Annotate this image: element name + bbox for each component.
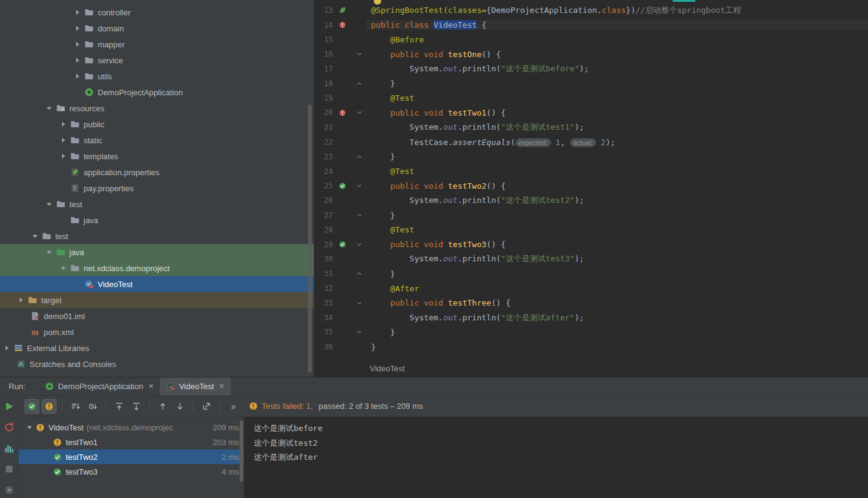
- show-options-button[interactable]: [4, 484, 15, 496]
- tree-item-domain[interactable]: domain: [0, 20, 314, 36]
- chevron-right-icon[interactable]: [72, 7, 82, 17]
- sort-alphabetically-button[interactable]: [68, 399, 83, 414]
- line-number: 14: [315, 21, 335, 30]
- tree-item-videotest[interactable]: VideoTest: [0, 276, 314, 292]
- fold-open-icon[interactable]: [356, 109, 363, 116]
- tree-item-demo01-iml[interactable]: demo01.iml: [0, 308, 314, 324]
- test-failed-icon[interactable]: [338, 21, 346, 29]
- test-pass-icon[interactable]: [338, 182, 346, 190]
- tree-item-mapper[interactable]: mapper: [0, 36, 314, 52]
- tree-item-test[interactable]: test: [0, 196, 314, 212]
- tree-item-label: test: [69, 200, 82, 209]
- fold-close-icon[interactable]: [356, 211, 363, 219]
- chevron-right-icon[interactable]: [58, 135, 68, 145]
- chevron-right-icon[interactable]: [72, 23, 82, 33]
- test-statistics-icon: [4, 443, 15, 454]
- test-console[interactable]: 这个是测试before这个是测试test2这个是测试after: [244, 417, 868, 498]
- next-failed-test-button[interactable]: [173, 399, 187, 414]
- tree-item-test[interactable]: test: [0, 228, 314, 244]
- rerun-failed-tests-button[interactable]: [4, 422, 15, 433]
- chevron-down-icon[interactable]: [44, 247, 54, 257]
- tree-item-java[interactable]: java: [0, 212, 314, 228]
- close-icon[interactable]: ✕: [148, 382, 154, 390]
- chevron-down-icon[interactable]: [58, 263, 68, 273]
- test-result-testtwo2[interactable]: testTwo22 ms: [18, 449, 244, 464]
- code-area[interactable]: 13@SpringBootTest(classes={DemoProjectAp…: [315, 0, 868, 354]
- run-panel-title: Run:: [0, 382, 28, 391]
- tree-item-label: java: [84, 216, 98, 225]
- tree-item-java[interactable]: java: [0, 244, 314, 260]
- fold-close-icon[interactable]: [356, 328, 363, 336]
- tree-item-application-properties[interactable]: application.properties: [0, 164, 314, 180]
- run-tab-videotest[interactable]: VideoTest✕: [160, 377, 230, 395]
- chevron-right-icon[interactable]: [72, 55, 82, 65]
- line-number: 21: [315, 123, 335, 132]
- tree-item-static[interactable]: static: [0, 132, 314, 148]
- run-tab-demoprojectapplication[interactable]: DemoProjectApplication✕: [39, 377, 160, 395]
- gutter-run-slot: [335, 109, 349, 117]
- fold-open-icon[interactable]: [356, 182, 363, 189]
- test-pass-icon[interactable]: [338, 240, 346, 248]
- project-scrollbar[interactable]: [308, 105, 312, 373]
- code-text: System.out.println("这个是测试test3");: [366, 253, 868, 264]
- tree-item-templates[interactable]: templates: [0, 148, 314, 164]
- test-name: VideoTest: [49, 423, 84, 432]
- fold-open-icon[interactable]: [356, 299, 363, 307]
- test-result-testtwo3[interactable]: testTwo34 ms: [18, 464, 244, 479]
- chevron-right-icon[interactable]: [2, 343, 12, 353]
- tree-item-label: utils: [98, 72, 112, 81]
- tree-item-net-xdclass-demoproject[interactable]: net.xdclass.demoproject: [0, 260, 314, 276]
- test-statistics-button[interactable]: [4, 443, 15, 454]
- test-result-videotest[interactable]: VideoTest(net.xdclass.demoprojec209 ms: [18, 420, 244, 435]
- test-failed-icon[interactable]: [338, 109, 346, 117]
- previous-failed-test-button[interactable]: [155, 399, 170, 414]
- spring-run-icon[interactable]: [338, 6, 346, 14]
- tree-item-external-libraries[interactable]: External Libraries: [0, 340, 314, 356]
- close-icon[interactable]: ✕: [219, 382, 224, 390]
- test-result-testtwo1[interactable]: testTwo1203 ms: [18, 435, 244, 449]
- chevron-down-icon[interactable]: [44, 199, 54, 209]
- chevron-down-icon[interactable]: [44, 103, 54, 113]
- tree-item-service[interactable]: service: [0, 52, 314, 68]
- collapse-all-button[interactable]: [112, 399, 127, 414]
- stop-process-button[interactable]: [4, 464, 15, 475]
- chevron-down-icon[interactable]: [30, 231, 40, 241]
- fold-open-icon[interactable]: [356, 241, 363, 248]
- fold-close-icon[interactable]: [356, 153, 363, 160]
- tree-item-resources[interactable]: resources: [0, 100, 314, 116]
- editor[interactable]: 13@SpringBootTest(classes={DemoProjectAp…: [315, 0, 868, 377]
- indent-spacer: [58, 215, 68, 225]
- fold-open-icon[interactable]: [356, 50, 363, 58]
- test-tree-scrollbar[interactable]: [240, 421, 243, 482]
- tree-item-pom-xml[interactable]: mpom.xml: [0, 324, 314, 340]
- sort-by-duration-button[interactable]: [85, 399, 100, 414]
- gutter-run-slot: [335, 21, 349, 29]
- chevron-down-icon[interactable]: [25, 422, 34, 432]
- export-test-results-button[interactable]: [199, 399, 214, 414]
- show-passed-button[interactable]: [25, 399, 39, 414]
- chevron-right-icon[interactable]: [58, 119, 68, 129]
- tree-item-target[interactable]: target: [0, 292, 314, 308]
- tree-item-utils[interactable]: utils: [0, 68, 314, 84]
- chevron-right-icon[interactable]: [58, 151, 68, 161]
- rerun-tests-icon: [4, 401, 15, 412]
- rerun-tests-button[interactable]: [4, 401, 15, 412]
- chevron-right-icon[interactable]: [72, 39, 82, 49]
- code-text: public void testTwo2() {: [366, 181, 868, 191]
- fold-close-icon[interactable]: [356, 270, 363, 277]
- collapse-all-icon: [114, 401, 124, 411]
- tree-item-public[interactable]: public: [0, 116, 314, 132]
- run-tab-label: DemoProjectApplication: [58, 382, 143, 391]
- tree-item-pay-properties[interactable]: pay.properties: [0, 180, 314, 196]
- code-line-35: 35 }: [315, 325, 868, 340]
- expand-all-button[interactable]: [129, 399, 144, 414]
- show-ignored-button[interactable]: [42, 399, 57, 414]
- chevron-right-icon[interactable]: [16, 295, 26, 305]
- breadcrumb-item[interactable]: VideoTest: [370, 364, 405, 373]
- more-actions-button[interactable]: »: [225, 399, 240, 414]
- chevron-right-icon[interactable]: [72, 71, 82, 81]
- tree-item-controller[interactable]: controller: [0, 4, 314, 20]
- fold-close-icon[interactable]: [356, 80, 363, 87]
- tree-item-scratches-and-consoles[interactable]: Scratches and Consoles: [0, 356, 314, 372]
- tree-item-demoprojectapplication[interactable]: DemoProjectApplication: [0, 84, 314, 100]
